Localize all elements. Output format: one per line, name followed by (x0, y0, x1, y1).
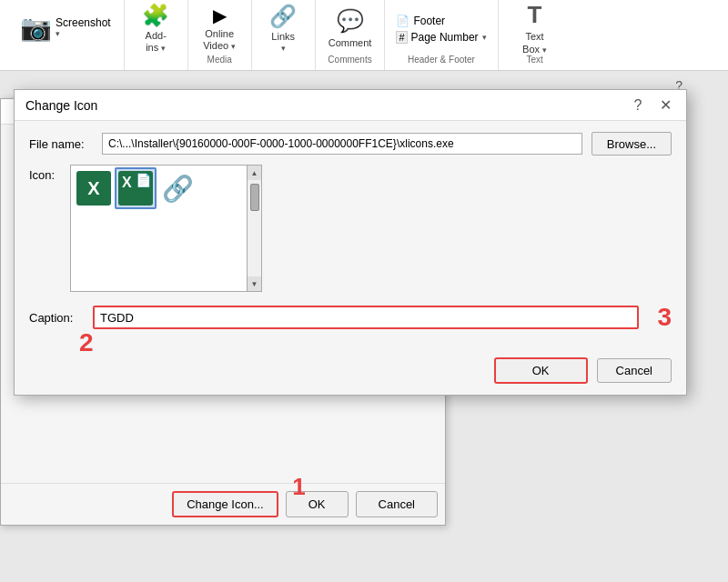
icon-list-container: X X 📄 🔗 (70, 165, 262, 292)
links-icon: 🔗 (268, 4, 298, 29)
addins-label: Add-ins ▾ (146, 30, 167, 54)
comments-group-label: Comments (328, 55, 371, 66)
icon-section: Icon: X X 📄 (29, 165, 672, 292)
comment-icon: 💬 (336, 6, 365, 35)
text-group-label: Text (526, 55, 542, 66)
dialog-title: Change Icon (25, 98, 97, 113)
bg-dialog-footer: Change Icon... 1 OK Cancel (1, 483, 445, 525)
links-label: Links (271, 31, 295, 43)
addins-button[interactable]: 🧩 Add-ins ▾ (133, 4, 178, 53)
header-footer-group-label: Header & Footer (408, 55, 475, 66)
cancel-button[interactable]: Cancel (597, 358, 672, 383)
page-number-label: Page Number (411, 31, 479, 44)
text-box-button[interactable]: T TextBox ▾ (512, 4, 558, 53)
footer-icon: 📄 (396, 15, 410, 27)
browse-button[interactable]: Browse... (592, 132, 672, 156)
screenshot-icon: 📷 (20, 13, 52, 43)
file-name-label: File name: (29, 137, 93, 151)
screenshot-dropdown-arrow: ▾ (56, 29, 60, 38)
dialog-footer: OK Cancel (15, 350, 686, 395)
footer-label: Footer (413, 15, 445, 27)
addins-icon: 🧩 (141, 3, 170, 28)
scroll-track (248, 180, 261, 276)
excel-icon-1: X (76, 171, 111, 206)
scroll-down-arrow[interactable]: ▼ (248, 276, 261, 291)
ribbon-group-addins: 🧩 Add-ins ▾ (125, 0, 188, 70)
dialog-close-btn[interactable]: ✕ (655, 95, 675, 115)
text-box-icon: T (521, 1, 550, 29)
links-dropdown-arrow: ▾ (281, 44, 286, 53)
comment-label: Comment (329, 37, 372, 49)
text-box-label: TextBox ▾ (522, 31, 547, 55)
dialog-titlebar: Change Icon ? ✕ (15, 90, 686, 121)
page-number-dropdown-arrow: ▾ (482, 33, 487, 42)
screenshot-label: Screenshot (56, 16, 111, 29)
ribbon-group-comments: 💬 Comment Comments (316, 0, 386, 70)
icon-label: Icon: (29, 165, 61, 292)
badge-3: 3 (657, 303, 672, 332)
excel-icon-2: X 📄 (118, 171, 153, 206)
ribbon: 📷 Screenshot ▾ 🧩 Add-ins ▾ ▶ OnlineVideo… (0, 0, 728, 71)
comment-button[interactable]: 💬 Comment (323, 4, 378, 53)
caption-input[interactable] (93, 306, 639, 329)
excel-icon-3: 🔗 (160, 171, 195, 206)
ok-button[interactable]: OK (494, 357, 588, 384)
bg-cancel-button[interactable]: Cancel (356, 491, 438, 517)
badge-1: 1 (292, 473, 305, 501)
icon-scrollbar: ▲ ▼ (248, 165, 262, 292)
change-icon-button[interactable]: Change Icon... (172, 491, 278, 517)
page-number-button[interactable]: # Page Number ▾ (392, 30, 490, 45)
footer-button[interactable]: 📄 Footer (392, 14, 490, 28)
page-number-icon: # (396, 31, 407, 44)
icon-item-3[interactable]: 🔗 (157, 167, 198, 209)
caption-label: Caption: (29, 311, 84, 325)
media-group-label: Media (207, 55, 232, 66)
online-video-label: OnlineVideo ▾ (203, 28, 236, 52)
icon-list: X X 📄 🔗 (70, 165, 248, 292)
dialog-body: File name: C:\...\Installer\{90160000-00… (15, 121, 686, 350)
ribbon-group-text: T TextBox ▾ Text (499, 0, 571, 70)
dialog-title-actions: ? ✕ (628, 95, 675, 115)
online-video-button[interactable]: ▶ OnlineVideo ▾ (197, 4, 242, 53)
dialog-question-btn[interactable]: ? (628, 95, 648, 115)
icon-item-2[interactable]: X 📄 (115, 167, 157, 209)
ribbon-group-header-footer: 📄 Footer # Page Number ▾ Header & Footer (385, 0, 498, 70)
file-name-value: C:\...\Installer\{90160000-000F-0000-100… (102, 133, 582, 155)
online-video-icon: ▶ (205, 5, 234, 26)
screenshot-button[interactable]: 📷 Screenshot ▾ (15, 4, 116, 51)
ribbon-group-media: ▶ OnlineVideo ▾ Media (188, 0, 252, 70)
scroll-up-arrow[interactable]: ▲ (248, 166, 261, 180)
scroll-thumb[interactable] (250, 184, 259, 211)
change-icon-dialog: Change Icon ? ✕ File name: C:\...\Instal… (14, 89, 687, 396)
file-name-row: File name: C:\...\Installer\{90160000-00… (29, 132, 672, 156)
network-icon: 🔗 (162, 174, 194, 204)
ribbon-group-screenshot: 📷 Screenshot ▾ (7, 0, 125, 70)
main-area: ? Change Icon... 1 OK Cancel ? Change Ic… (0, 71, 728, 582)
caption-row: Caption: 2 3 (29, 303, 672, 332)
icon-item-1[interactable]: X (73, 167, 115, 209)
links-button[interactable]: 🔗 Links ▾ (260, 4, 306, 53)
ribbon-group-links: 🔗 Links ▾ (252, 0, 316, 70)
